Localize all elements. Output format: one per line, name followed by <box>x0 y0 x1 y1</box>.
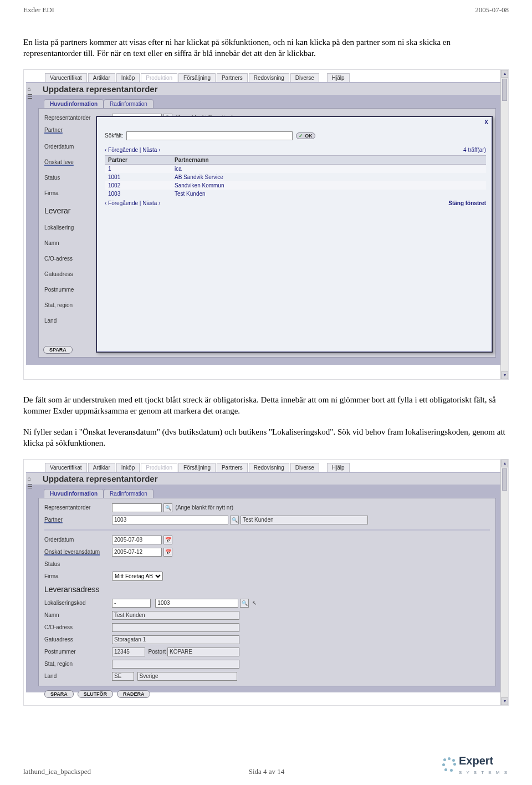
menu-inkop[interactable]: Inköp <box>116 463 140 472</box>
calendar-icon[interactable]: 📅 <box>163 536 172 544</box>
scrollbar[interactable]: ▴▾ <box>500 70 508 379</box>
repr-order-input[interactable] <box>112 503 162 512</box>
menu-inkop[interactable]: Inköp <box>116 73 140 82</box>
save-button[interactable]: SPARA <box>43 346 73 354</box>
home-icon: ⌂ <box>27 475 33 482</box>
menu-varucertifikat[interactable]: Varucertifikat <box>45 463 87 472</box>
scrollbar[interactable]: ▴▾ <box>500 460 508 705</box>
page-title: Uppdatera representantorder <box>26 83 500 95</box>
menu-forsaljning[interactable]: Försäljning <box>178 463 216 472</box>
firma-select[interactable]: Mitt Företag AB <box>112 572 163 581</box>
cursor-icon: ↖ <box>252 600 257 606</box>
table-row[interactable]: 1001AB Sandvik Service <box>105 173 486 181</box>
paragraph-1: En lista på partners kommer att visas ef… <box>23 37 509 59</box>
finish-button[interactable]: SLUTFÖR <box>78 690 114 698</box>
doc-title: Exder EDI <box>23 6 54 14</box>
close-icon[interactable]: X <box>484 119 488 125</box>
table-row[interactable]: 1003Test Kunden <box>105 190 486 198</box>
menu-diverse[interactable]: Diverse <box>290 73 319 82</box>
screenshot-2: ⌂☰ Varucertifikat Artiklar Inköp Produkt… <box>23 459 509 706</box>
menu-hjalp[interactable]: Hjälp <box>327 463 350 472</box>
menu-produktion[interactable]: Produktion <box>141 73 177 82</box>
page-title: Uppdatera representantorder <box>26 473 500 485</box>
tab-radinformation[interactable]: Radinformation <box>104 99 154 108</box>
orderdatum-input[interactable]: 2005-07-08 <box>112 536 162 544</box>
list-icon: ☰ <box>27 93 33 100</box>
menu-artiklar[interactable]: Artiklar <box>88 463 115 472</box>
menu-redovisning[interactable]: Redovisning <box>249 463 289 472</box>
list-icon: ☰ <box>27 483 33 490</box>
close-window-link[interactable]: Stäng fönstret <box>448 200 486 206</box>
footer-page: Sida 4 av 14 <box>249 767 285 776</box>
lokkod-input[interactable]: - <box>112 599 151 608</box>
search-icon[interactable]: 🔍 <box>230 516 239 524</box>
menu-partners[interactable]: Partners <box>217 73 248 82</box>
tab-huvudinformation[interactable]: Huvudinformation <box>44 489 104 498</box>
doc-date: 2005-07-08 <box>475 6 509 14</box>
menu-diverse[interactable]: Diverse <box>290 463 319 472</box>
ok-button[interactable]: OK <box>296 132 315 139</box>
search-input[interactable] <box>126 131 293 140</box>
tab-radinformation[interactable]: Radinformation <box>104 489 154 498</box>
search-icon[interactable]: 🔍 <box>240 599 249 608</box>
partner-input[interactable]: 1003 <box>112 516 228 524</box>
onskat-input[interactable]: 2005-07-12 <box>112 548 162 557</box>
label-sokfalt: Sökfält: <box>105 132 123 139</box>
table-row[interactable]: 1002Sandviken Kommun <box>105 181 486 190</box>
search-popup: X Sökfält: OK ‹ Föregående | Nästa ›4 tr… <box>96 116 493 353</box>
save-button[interactable]: SPARA <box>44 690 74 698</box>
table-row[interactable]: 1ica <box>105 165 486 173</box>
paragraph-3: Ni fyller sedan i "Önskat leveransdatum"… <box>23 426 509 449</box>
menu-hjalp[interactable]: Hjälp <box>327 73 350 82</box>
delete-button[interactable]: RADERA <box>117 690 151 698</box>
menu-forsaljning[interactable]: Försäljning <box>178 73 216 82</box>
footer-left: lathund_ica_bpacksped <box>23 767 91 776</box>
tab-huvudinformation[interactable]: Huvudinformation <box>44 99 104 108</box>
search-icon[interactable]: 🔍 <box>163 503 172 512</box>
menu-partners[interactable]: Partners <box>217 463 248 472</box>
expert-logo: ExpertS Y S T E M S <box>442 755 509 776</box>
menu-artiklar[interactable]: Artiklar <box>88 73 115 82</box>
menu-produktion[interactable]: Produktion <box>141 463 177 472</box>
menu-redovisning[interactable]: Redovisning <box>249 73 289 82</box>
calendar-icon[interactable]: 📅 <box>163 548 172 557</box>
menu-varucertifikat[interactable]: Varucertifikat <box>45 73 87 82</box>
home-icon: ⌂ <box>27 85 33 92</box>
paragraph-2: De fält som är understruken med ett tjoc… <box>23 394 509 417</box>
screenshot-1: ⌂☰ Varucertifikat Artiklar Inköp Produkt… <box>23 69 509 380</box>
